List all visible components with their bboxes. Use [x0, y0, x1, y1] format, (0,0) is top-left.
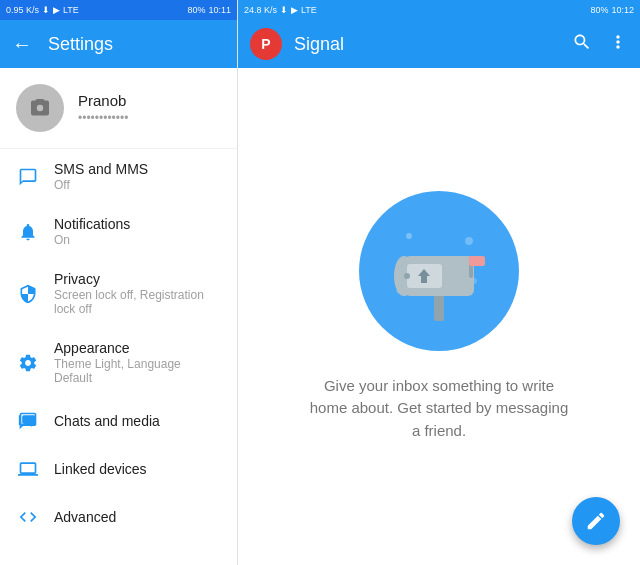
battery-right: 80% [590, 5, 608, 15]
sms-mms-label: SMS and MMS [54, 161, 148, 177]
privacy-sublabel: Screen lock off, Registration lock off [54, 288, 221, 316]
chats-media-icon [16, 409, 40, 433]
notifications-icon [16, 220, 40, 244]
time-right: 10:12 [611, 5, 634, 15]
mailbox-svg [379, 211, 499, 331]
empty-state: Give your inbox something to write home … [238, 68, 640, 565]
linked-devices-icon [16, 457, 40, 481]
svg-rect-9 [469, 256, 485, 266]
settings-item-linked-devices[interactable]: Linked devices [0, 445, 237, 493]
profile-subtitle: •••••••••••• [78, 111, 128, 125]
bluetooth-icon: ⬇ [42, 5, 50, 15]
app-bar-right: P Signal [238, 20, 640, 68]
settings-item-notifications[interactable]: Notifications On [0, 204, 237, 259]
alarm-icon-right: ▶ [291, 5, 298, 15]
app-bar-icons [572, 32, 628, 57]
bluetooth-icon-right: ⬇ [280, 5, 288, 15]
appearance-text: Appearance Theme Light, Language Default [54, 340, 221, 385]
status-bar-right: 24.8 K/s ⬇ ▶ LTE 80% 10:12 [238, 0, 640, 20]
empty-state-text: Give your inbox something to write home … [309, 375, 569, 443]
advanced-text: Advanced [54, 509, 116, 525]
chats-media-label: Chats and media [54, 413, 160, 429]
compose-icon [585, 510, 607, 532]
sms-icon [16, 165, 40, 189]
time-left: 10:11 [208, 5, 231, 15]
settings-item-chats-media[interactable]: Chats and media [0, 397, 237, 445]
appearance-icon [16, 351, 40, 375]
signal-avatar: P [250, 28, 282, 60]
right-panel: 24.8 K/s ⬇ ▶ LTE 80% 10:12 P Signal [238, 0, 640, 565]
settings-item-sms-mms[interactable]: SMS and MMS Off [0, 149, 237, 204]
profile-section[interactable]: Pranob •••••••••••• [0, 68, 237, 149]
appearance-sublabel: Theme Light, Language Default [54, 357, 221, 385]
signal-app-title: Signal [294, 34, 560, 55]
more-options-icon[interactable] [608, 32, 628, 57]
left-panel: 0.95 K/s ⬇ ▶ LTE 80% 10:11 ← Settings Pr… [0, 0, 238, 565]
settings-item-appearance[interactable]: Appearance Theme Light, Language Default [0, 328, 237, 397]
app-bar-left: ← Settings [0, 20, 237, 68]
settings-item-advanced[interactable]: Advanced [0, 493, 237, 541]
advanced-icon [16, 505, 40, 529]
linked-devices-label: Linked devices [54, 461, 147, 477]
svg-point-0 [406, 233, 412, 239]
battery-left: 80% [187, 5, 205, 15]
settings-title: Settings [48, 34, 113, 55]
lte-badge: LTE [63, 5, 79, 15]
speed-indicator: 0.95 K/s [6, 5, 39, 15]
chats-media-text: Chats and media [54, 413, 160, 429]
camera-icon [28, 96, 52, 120]
avatar [16, 84, 64, 132]
svg-point-11 [404, 273, 410, 279]
notifications-text: Notifications On [54, 216, 130, 247]
sms-mms-text: SMS and MMS Off [54, 161, 148, 192]
svg-point-1 [465, 237, 473, 245]
mailbox-illustration [359, 191, 519, 351]
status-bar-left: 0.95 K/s ⬇ ▶ LTE 80% 10:11 [0, 0, 237, 20]
sms-mms-sublabel: Off [54, 178, 148, 192]
privacy-label: Privacy [54, 271, 221, 287]
appearance-label: Appearance [54, 340, 221, 356]
notifications-label: Notifications [54, 216, 130, 232]
privacy-text: Privacy Screen lock off, Registration lo… [54, 271, 221, 316]
compose-fab[interactable] [572, 497, 620, 545]
profile-name: Pranob [78, 92, 128, 109]
advanced-label: Advanced [54, 509, 116, 525]
search-icon[interactable] [572, 32, 592, 57]
notifications-sublabel: On [54, 233, 130, 247]
settings-list: SMS and MMS Off Notifications On Privacy… [0, 149, 237, 565]
speed-indicator-right: 24.8 K/s [244, 5, 277, 15]
status-left-info: 0.95 K/s ⬇ ▶ LTE [6, 5, 79, 15]
lte-badge-right: LTE [301, 5, 317, 15]
settings-item-privacy[interactable]: Privacy Screen lock off, Registration lo… [0, 259, 237, 328]
linked-devices-text: Linked devices [54, 461, 147, 477]
status-right-info: 80% 10:11 [187, 5, 231, 15]
alarm-icon: ▶ [53, 5, 60, 15]
privacy-icon [16, 282, 40, 306]
profile-info: Pranob •••••••••••• [78, 92, 128, 125]
status-right-left-info: 24.8 K/s ⬇ ▶ LTE [244, 5, 317, 15]
back-button[interactable]: ← [12, 33, 32, 56]
status-right-right-info: 80% 10:12 [590, 5, 634, 15]
